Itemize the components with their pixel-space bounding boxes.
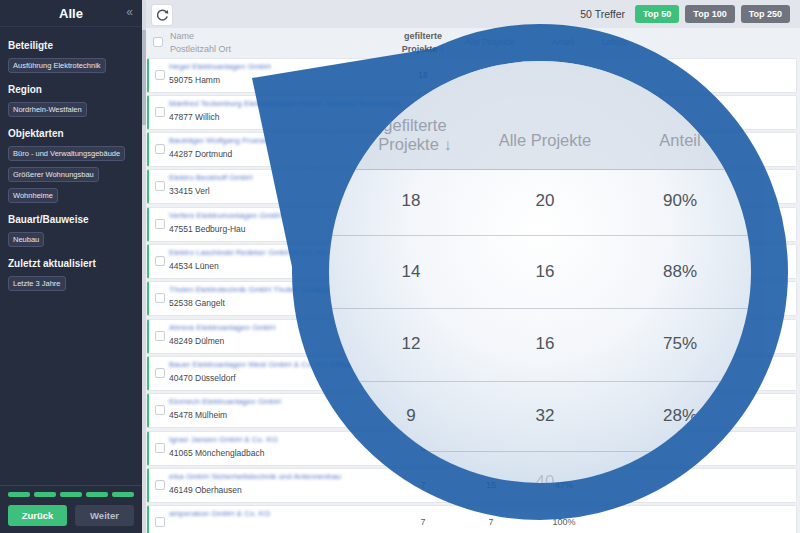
table-row[interactable]: Verfers Elektromontagen GmbH47551 Bedbur… [147,207,797,242]
row-checkbox[interactable] [155,293,165,303]
row-location: 41065 Mönchengladbach [169,448,264,458]
table-row[interactable]: Ahrens Elektroanlagen GmbH48249 Dülmen [147,319,797,354]
filter-group: Zuletzt aktualisiertLetzte 3 Jahre [8,258,134,293]
row-checkbox[interactable] [155,517,165,527]
filter-group-label: Zuletzt aktualisiert [8,258,134,269]
filter-tag[interactable]: Größerer Wohnungsbau [8,167,99,182]
company-link[interactable]: amperakon GmbH & Co. KG [169,509,270,518]
row-checkbox[interactable] [155,480,165,490]
table-header: Name Postleitzahl Ort gefilterte Projekt… [146,28,800,57]
table-row[interactable]: amperakon GmbH & Co. KG77100% [147,505,797,533]
range-button-top-50[interactable]: Top 50 [635,5,679,23]
row-checkbox[interactable] [155,405,165,415]
row-filtered-projects: 18 [393,70,453,80]
sidebar-title: Alle [59,6,83,21]
company-link[interactable]: Ignaz Jansen GmbH & Co. KG [169,435,278,444]
row-checkbox[interactable] [155,443,165,453]
filter-group: Bauart/BauweiseNeubau [8,214,134,249]
reload-icon [155,8,169,22]
company-link[interactable]: Elomech Elektroanlagen GmbH [169,397,281,406]
table-row[interactable]: Elomech Elektroanlagen GmbH45478 Mülheim [147,393,797,428]
table-row[interactable]: Manfred Teckenburg Elektroanlagen GmbH, … [147,95,797,130]
row-share: 100% [534,517,594,527]
filter-tag[interactable]: Ausführung Elektrotechnik [8,58,106,73]
row-location: 45478 Mülheim [169,410,227,420]
company-link[interactable]: Hegel Elektroanlagen GmbH [169,62,271,71]
row-share: 47% [534,480,594,490]
row-all-projects: 15 [461,480,521,490]
progress-segment [112,492,134,497]
row-filtered-projects: 7 [393,480,453,490]
column-header-share[interactable]: Anteil [533,37,593,47]
filter-tag[interactable]: Nordrhein-Westfalen [8,102,87,117]
table-row[interactable]: Ignaz Jansen GmbH & Co. KG41065 Möncheng… [147,431,797,466]
row-checkbox[interactable] [155,368,165,378]
table-row[interactable]: Elektro Laschinski Redeker GmbH & Co. KG… [147,244,797,279]
table-row[interactable]: elsa GmbH Sicherheitstechnik und Antenne… [147,468,797,503]
company-link[interactable]: elsa GmbH Sicherheitstechnik und Antenne… [169,472,341,481]
row-checkbox[interactable] [155,256,165,266]
company-link[interactable]: Bauträger Wolfgang Froese [169,136,267,145]
company-link[interactable]: Thulen Elektrotechnik GmbH Thulen Gebäud… [169,285,358,294]
company-link[interactable]: Bauer Elektroanlagen West GmbH & Co. KG … [169,360,368,369]
row-location: 33415 Verl [169,186,210,196]
company-link[interactable]: Elektro Beckhoff GmbH [169,173,252,182]
company-link[interactable]: Manfred Teckenburg Elektroanlagen GmbH, … [169,99,400,108]
table-row[interactable]: Bauer Elektroanlagen West GmbH & Co. KG … [147,356,797,391]
column-header-name: Name Postleitzahl Ort [170,30,231,56]
collapse-sidebar-icon[interactable]: « [126,5,133,19]
filter-group-label: Objektarten [8,128,134,139]
progress-segment [86,492,108,497]
column-header-filtered-projects[interactable]: gefilterte Projekte ↓ [397,30,449,56]
refresh-button[interactable] [151,4,173,26]
row-location: 44287 Dortmund [169,149,232,159]
progress-segment [60,492,82,497]
row-location: 40470 Düsseldorf [169,373,236,383]
sort-desc-icon: ↓ [440,44,445,54]
row-location: 52538 Gangelt [169,298,225,308]
toolbar-right: 50 Treffer Top 50Top 100Top 250 [580,0,790,28]
row-location: 47877 Willich [169,112,220,122]
filter-tag[interactable]: Büro - und Verwaltungsgebäude [8,146,125,161]
filter-sidebar: Alle « BeteiligteAusführung Elektrotechn… [0,0,142,533]
column-header-all-projects[interactable]: Alle Projekte [460,37,520,47]
table-row[interactable]: Thulen Elektrotechnik GmbH Thulen Gebäud… [147,281,797,316]
select-all-checkbox[interactable] [153,37,163,47]
results-panel: 50 Treffer Top 50Top 100Top 250 Name Pos… [146,0,800,533]
row-checkbox[interactable] [155,219,165,229]
row-filtered-projects: 8 [393,443,453,453]
row-checkbox[interactable] [155,331,165,341]
sidebar-scrollbar-thumb[interactable] [142,30,146,125]
next-button[interactable]: Weiter [75,505,134,526]
row-location: 44534 Lünen [169,261,219,271]
table-row[interactable]: Elektro Beckhoff GmbH33415 Verl [147,169,797,204]
range-button-top-100[interactable]: Top 100 [685,5,734,23]
column-header-labels: Labels [585,37,645,47]
filter-group: RegionNordrhein-Westfalen [8,84,134,119]
row-checkbox[interactable] [155,107,165,117]
row-location: 59075 Hamm [169,75,220,85]
table-row[interactable]: Hegel Elektroanlagen GmbH59075 Hamm18 [147,58,797,93]
company-link[interactable]: Verfers Elektromontagen GmbH [169,211,282,220]
filter-group-label: Bauart/Bauweise [8,214,134,225]
row-checkbox[interactable] [155,181,165,191]
row-all-projects: 7 [461,517,521,527]
progress-segment [34,492,56,497]
table-row[interactable]: Bauträger Wolfgang Froese44287 Dortmund [147,132,797,167]
filter-group: BeteiligteAusführung Elektrotechnik [8,40,134,75]
filter-tag[interactable]: Letzte 3 Jahre [8,276,66,291]
filter-tag[interactable]: Wohnheime [8,188,58,203]
row-checkbox[interactable] [155,70,165,80]
row-location: 46149 Oberhausen [169,485,242,495]
row-location: 47551 Bedburg-Hau [169,224,246,234]
company-link[interactable]: Elektro Laschinski Redeker GmbH & Co. KG [169,248,327,257]
filter-tag[interactable]: Neubau [8,232,44,247]
company-link[interactable]: Ahrens Elektroanlagen GmbH [169,323,275,332]
filter-group-label: Beteiligte [8,40,134,51]
row-checkbox[interactable] [155,144,165,154]
row-filtered-projects: 7 [393,517,453,527]
range-button-top-250[interactable]: Top 250 [741,5,790,23]
back-button[interactable]: Zurück [8,505,67,526]
sidebar-header: Alle « [0,0,142,27]
progress-segment [8,492,30,497]
